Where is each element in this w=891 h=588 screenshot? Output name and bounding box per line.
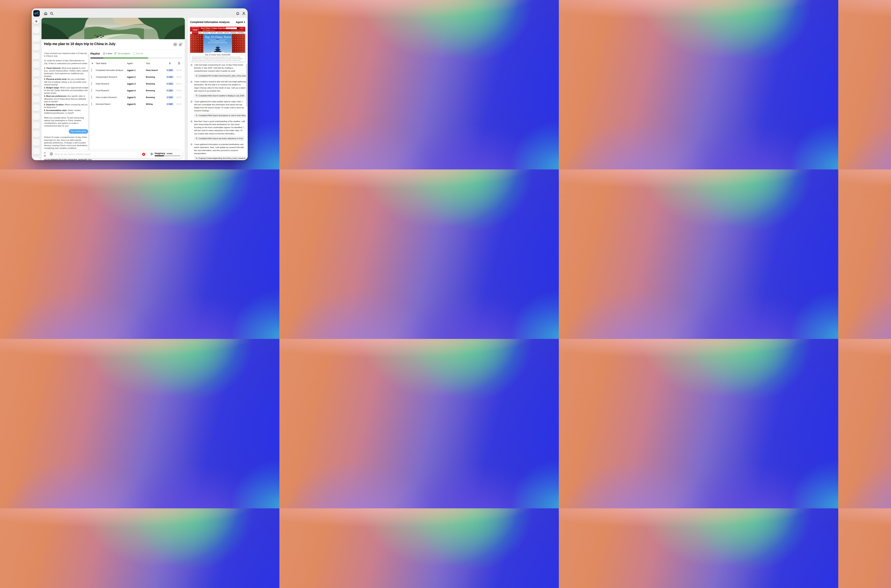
table-row[interactable]: Completed Information Analysis Agent 1 D… — [90, 67, 182, 74]
log-entry: I will now begin researching for your 10… — [190, 63, 246, 78]
magnifier-icon — [196, 115, 198, 117]
cost-badge: # 1322 — [166, 96, 174, 99]
site-tagline: Real China! Unique Experience! — [201, 27, 228, 29]
site-paragraph: The top 10 tours recommended below show … — [192, 56, 243, 62]
task-thumbnail[interactable] — [33, 79, 39, 86]
log-entry: I have created a research plan and will … — [190, 80, 246, 98]
chat-list-item: 4. Must-see preferences: Any specific ci… — [44, 95, 88, 103]
chat-scrollbar[interactable] — [88, 54, 89, 153]
chat-paragraph: I have received your request to plan a 1… — [44, 52, 88, 57]
task-thumbnail[interactable] — [33, 140, 39, 146]
spinner-icon — [92, 88, 92, 92]
tool-result-chip[interactable]: Completed File Creation docs/research_pl… — [194, 74, 246, 78]
agent-log-entries: I will now begin researching for your 10… — [190, 63, 246, 160]
chat-list-item: 3. Budget range: What's your approximate… — [44, 86, 88, 94]
chat-paragraph: While you consider these, I'll start res… — [44, 117, 88, 128]
filter-in-progress[interactable]: 18 in progress — [115, 52, 130, 54]
plus-circle-icon[interactable] — [50, 152, 53, 156]
task-thumbnail[interactable] — [33, 130, 39, 137]
site-hero: Top 10 China Tours The best-selling Chin… — [190, 34, 245, 53]
task-thumbnail[interactable] — [33, 70, 39, 76]
user-icon[interactable] — [242, 11, 246, 16]
chat-list-item: 6. Accommodation style: Hotels, hostels,… — [44, 109, 88, 114]
task-thumbnail[interactable] — [33, 105, 39, 111]
playlist-panel: Playlist ✓ 2 done 18 in progress 10 to d… — [90, 52, 182, 160]
table-row[interactable]: View Location Research Agent 5 Browsing … — [90, 94, 182, 100]
chat-paragraph: To create the perfect 10-day China itine… — [44, 59, 88, 64]
spinner-icon — [92, 102, 92, 106]
home-icon[interactable] — [44, 11, 48, 16]
spinner-icon — [92, 82, 92, 86]
site-header: TCT Top China Travel Real China! Unique … — [190, 27, 245, 32]
magnifier-icon — [196, 75, 198, 77]
table-row[interactable]: Transportation Research Agent 2 Browsing… — [90, 74, 182, 80]
task-table-header: # Task Name Agent Tool $ — [90, 61, 182, 67]
stopwatch-icon — [178, 62, 180, 65]
task-thumbnail[interactable] — [33, 87, 39, 94]
play-icon[interactable] — [150, 153, 153, 156]
track-progress-bar[interactable] — [154, 155, 180, 156]
app-logo[interactable] — [33, 10, 40, 16]
reader-mode-button[interactable] — [173, 42, 177, 46]
tool-result-chip[interactable]: Ongoing Content Appending docs/china_tra… — [194, 156, 246, 160]
site-phone: 800-9182657 USA & CA — [201, 29, 215, 31]
tool-result-chip[interactable]: Completed Web Search top indoor attracti… — [194, 136, 244, 141]
tool-result-chip[interactable]: Completed Web Search best places to visi… — [194, 113, 246, 118]
cost-badge: # 1322 — [166, 82, 174, 85]
waveform-network-logo — [34, 11, 39, 16]
panel-title: Completed Information Analysis — [190, 21, 230, 24]
user-message-bubble: Yes, it looks good. — [69, 129, 88, 134]
task-thumbnail[interactable] — [33, 36, 39, 42]
bell-icon[interactable] — [236, 11, 240, 16]
record-button[interactable] — [142, 153, 145, 156]
share-icon — [179, 43, 182, 46]
new-task-button[interactable] — [32, 18, 40, 24]
chat-paragraph-clipped: Let me delegate this to the researcher_a… — [44, 158, 90, 160]
task-thumbnail[interactable] — [33, 96, 39, 103]
search-icon[interactable] — [50, 11, 54, 16]
chat-list-item: 1. Travel interests: What most appeals t… — [44, 67, 88, 78]
playlist-progress-bar — [90, 57, 182, 58]
task-thumbnail[interactable] — [33, 122, 39, 129]
cost-badge: # 1322 — [166, 75, 174, 78]
task-thumbnail[interactable] — [33, 53, 39, 59]
log-entry: I have gathered information on potential… — [190, 143, 246, 160]
chat-transcript: I have received your request to plan a 1… — [44, 52, 88, 160]
task-thumbnail[interactable] — [33, 148, 39, 154]
table-row[interactable]: Hotel Research Agent 3 Browsing # 1322 0… — [90, 80, 182, 87]
bullet-icon — [190, 143, 192, 146]
playlist-title: Playlist — [90, 52, 100, 55]
site-search-input: Site Search — [226, 27, 237, 29]
magnifier-icon — [196, 158, 198, 159]
plus-icon — [35, 20, 38, 23]
track-name: Imaginary — [154, 152, 165, 154]
bullet-icon — [190, 100, 192, 103]
website-screenshot: TCT Top China Travel Real China! Unique … — [190, 27, 245, 62]
task-table: # Task Name Agent Tool $ Completed Infor… — [90, 61, 182, 108]
task-thumbnail[interactable] — [33, 113, 39, 120]
task-thumbnail[interactable] — [33, 157, 39, 160]
task-thumbnail[interactable] — [33, 44, 39, 51]
bullet-icon — [190, 64, 192, 66]
task-thumbnail[interactable] — [33, 61, 39, 68]
task-thumbnail[interactable] — [33, 27, 39, 33]
spinner-icon — [92, 95, 92, 99]
site-search-button: ⌕ — [237, 27, 238, 29]
task-thumbnail-rail — [33, 27, 39, 160]
tool-result-chip[interactable]: Completed Web Search weather in Beijing … — [194, 93, 246, 98]
spinner-icon — [92, 75, 92, 79]
table-row[interactable]: Generate Report Agent 6 Writing # 1020 0… — [90, 100, 182, 108]
share-button[interactable] — [178, 42, 183, 46]
filter-done[interactable]: ✓ 2 done — [103, 52, 112, 55]
log-entry: Now that I have a good understanding of … — [190, 120, 246, 141]
bullet-icon — [190, 120, 192, 122]
main-task-card: Help me plan to 10 days trip to China in… — [42, 18, 185, 160]
table-row[interactable]: Food Research Agent 4 Browsing # 1322 00… — [90, 87, 182, 94]
message-input[interactable] — [55, 153, 147, 156]
now-playing: Imaginary HONNE — [154, 152, 172, 155]
cost-badge: # 1020 — [166, 103, 174, 105]
site-language-select: English ▾ — [240, 28, 244, 28]
panel-scrollbar[interactable] — [246, 64, 247, 106]
filter-todo[interactable]: 10 to do — [133, 52, 143, 55]
cost-badge: # 1322 — [166, 89, 174, 92]
